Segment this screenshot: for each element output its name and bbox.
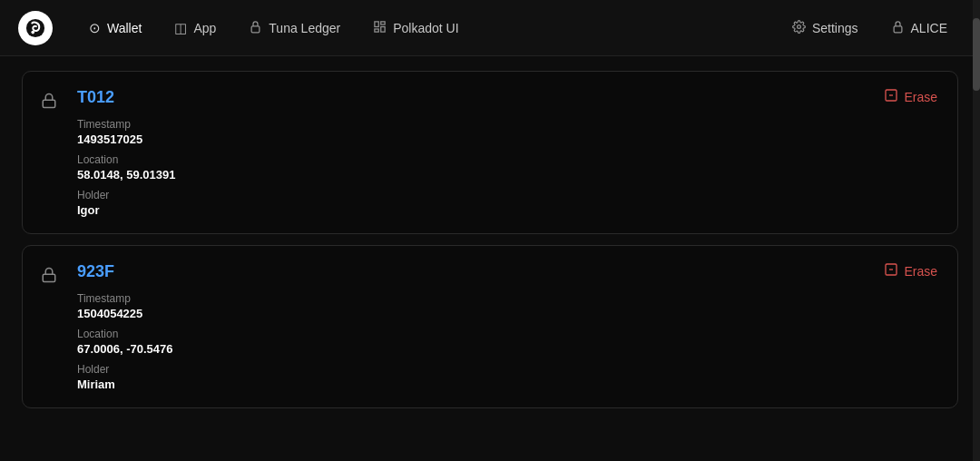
- svg-rect-3: [375, 21, 378, 26]
- svg-point-7: [798, 25, 801, 28]
- nav-right: Settings ALICE: [778, 13, 962, 44]
- holder-value-T012: Igor: [77, 203, 936, 217]
- lock-icon-T012: [41, 92, 57, 114]
- svg-rect-4: [381, 21, 385, 24]
- nav-item-app[interactable]: ◫ App: [160, 13, 230, 44]
- holder-label-923F: Holder: [77, 363, 936, 376]
- card-title-T012: T012: [77, 88, 936, 107]
- nav-items: ⊙ Wallet ◫ App Tuna Ledger Polkadot UI: [74, 13, 778, 44]
- card-T012: T012 Timestamp 1493517025 Location 58.01…: [22, 71, 958, 234]
- app-icon: ◫: [174, 20, 187, 36]
- nav-item-polkadot-ui-label: Polkadot UI: [393, 21, 458, 35]
- wallet-icon: ⊙: [89, 20, 101, 36]
- tuna-ledger-icon: [249, 20, 262, 36]
- nav-item-alice-label: ALICE: [911, 21, 947, 35]
- location-value-T012: 58.0148, 59.01391: [77, 168, 936, 181]
- navbar: ⊙ Wallet ◫ App Tuna Ledger Polkadot UI: [0, 0, 980, 56]
- svg-rect-6: [375, 29, 378, 32]
- scrollbar-thumb[interactable]: [973, 18, 980, 91]
- svg-rect-9: [43, 100, 55, 107]
- timestamp-value-T012: 1493517025: [77, 132, 936, 146]
- holder-label-T012: Holder: [77, 189, 936, 201]
- erase-button-T012[interactable]: Erase: [884, 88, 937, 106]
- nav-item-app-label: App: [193, 21, 216, 35]
- svg-point-1: [31, 30, 34, 34]
- erase-button-923F[interactable]: Erase: [884, 262, 937, 280]
- erase-icon-923F: [884, 262, 898, 280]
- lock-icon-923F: [41, 266, 57, 289]
- card-923F: 923F Timestamp 1504054225 Location 67.00…: [22, 245, 958, 408]
- settings-icon: [792, 20, 806, 36]
- svg-rect-12: [43, 274, 55, 281]
- nav-item-tuna-ledger-label: Tuna Ledger: [269, 21, 340, 35]
- svg-rect-5: [381, 26, 385, 32]
- location-label-923F: Location: [77, 328, 936, 340]
- nav-item-settings[interactable]: Settings: [778, 13, 873, 44]
- nav-item-settings-label: Settings: [812, 21, 858, 35]
- timestamp-value-923F: 1504054225: [77, 307, 936, 320]
- nav-item-wallet[interactable]: ⊙ Wallet: [74, 13, 156, 44]
- scrollbar-track[interactable]: [973, 0, 980, 461]
- svg-rect-2: [251, 25, 260, 32]
- holder-value-923F: Miriam: [77, 378, 936, 391]
- content: T012 Timestamp 1493517025 Location 58.01…: [0, 56, 980, 423]
- nav-item-tuna-ledger[interactable]: Tuna Ledger: [234, 13, 355, 44]
- card-title-923F: 923F: [77, 262, 936, 281]
- nav-item-alice[interactable]: ALICE: [877, 13, 962, 44]
- erase-label-923F: Erase: [904, 264, 937, 279]
- erase-icon-T012: [884, 88, 898, 106]
- nav-item-wallet-label: Wallet: [107, 21, 142, 35]
- polkadot-ui-icon: [373, 20, 387, 36]
- nav-item-polkadot-ui[interactable]: Polkadot UI: [358, 13, 473, 44]
- erase-label-T012: Erase: [904, 90, 937, 104]
- location-value-923F: 67.0006, -70.5476: [77, 342, 936, 356]
- timestamp-label-923F: Timestamp: [77, 292, 936, 305]
- location-label-T012: Location: [77, 153, 936, 166]
- alice-icon: [891, 20, 905, 36]
- timestamp-label-T012: Timestamp: [77, 118, 936, 131]
- logo[interactable]: [18, 11, 53, 45]
- svg-rect-8: [894, 25, 902, 32]
